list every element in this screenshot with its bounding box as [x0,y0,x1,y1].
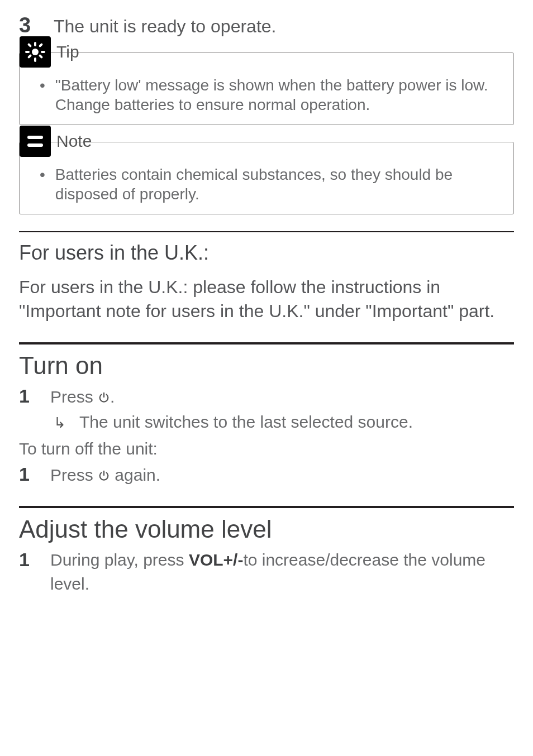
tip-icon [20,36,51,68]
result-text: The unit switches to the last selected s… [79,412,413,433]
turn-on-heading: Turn on [19,350,514,381]
step-text: During play, press VOL+/-to increase/dec… [50,548,514,596]
bullet: • [40,75,45,114]
step-pre: During play, press [50,551,189,569]
power-icon [98,466,110,487]
svg-rect-10 [27,143,43,147]
note-header: Note [20,126,513,157]
step-post: again. [110,466,160,484]
turn-on-result: ↳ The unit switches to the last selected… [54,412,514,433]
tip-callout: Tip • "Battery low' message is shown whe… [19,52,514,125]
turn-on-step-1: 1 Press . [19,384,514,409]
note-callout: Note • Batteries contain chemical substa… [19,142,514,214]
tip-label: Tip [56,41,79,63]
divider-thick [19,342,514,344]
tip-body: • "Battery low' message is shown when th… [20,68,513,125]
svg-rect-2 [34,58,36,62]
note-label: Note [56,131,92,152]
tip-header: Tip [20,36,513,68]
svg-rect-6 [39,54,43,58]
tip-text: "Battery low' message is shown when the … [55,75,501,114]
turn-off-label: To turn off the unit: [19,438,514,460]
svg-rect-9 [27,136,43,139]
volume-heading: Adjust the volume level [19,514,514,544]
uk-heading: For users in the U.K.: [19,240,514,265]
svg-rect-4 [41,51,45,53]
turn-off-step-1: 1 Press again. [19,462,514,487]
result-arrow-icon: ↳ [54,414,66,432]
step-text: Press . [50,386,115,409]
volume-step-1: 1 During play, press VOL+/-to increase/d… [19,548,514,596]
step-text: The unit is ready to operate. [54,15,276,37]
step-number: 1 [19,384,34,408]
note-body: • Batteries contain chemical substances,… [20,157,513,214]
uk-body: For users in the U.K.: please follow the… [19,275,514,323]
svg-rect-1 [34,42,36,46]
svg-rect-8 [27,54,32,58]
svg-point-0 [32,49,39,55]
step-post: . [110,387,115,406]
step-number: 1 [19,548,34,572]
note-icon [20,126,51,157]
svg-rect-7 [39,42,43,47]
step-pre: Press [50,466,98,484]
step-number: 1 [19,462,34,486]
power-icon [98,387,110,409]
step-number: 3 [19,12,35,39]
bullet: • [40,165,45,204]
divider-thick [19,506,514,508]
step-3: 3 The unit is ready to operate. [19,12,514,39]
note-text: Batteries contain chemical substances, s… [55,165,501,204]
vol-key: VOL+/- [189,551,244,569]
svg-rect-3 [25,51,30,53]
svg-rect-5 [27,42,32,47]
divider [19,231,514,232]
step-text: Press again. [50,465,160,487]
step-pre: Press [50,387,98,406]
